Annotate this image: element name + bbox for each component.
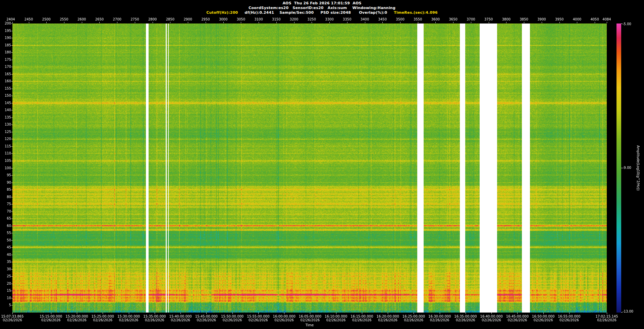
time-axis-tick-date: 02/26/2026	[558, 318, 580, 322]
top-axis-tick	[489, 22, 489, 23]
time-axis-tick-time: 16:45:00.000	[506, 315, 529, 318]
time-axis-tick-label: 16:10:00.00002/26/2026	[325, 315, 347, 322]
top-axis-tick-label: 3400	[361, 17, 369, 21]
time-axis-tick	[414, 313, 414, 314]
top-axis-tick-label: 2650	[95, 17, 104, 21]
top-axis-tick-label: 2850	[166, 17, 174, 21]
time-axis-tick-date: 02/26/2026	[506, 318, 529, 322]
time-axis-tick	[129, 313, 129, 314]
top-axis-tick	[29, 22, 29, 23]
freq-axis-tick-label: 195	[0, 29, 11, 33]
top-axis-tick	[365, 22, 365, 23]
top-axis-tick	[471, 22, 471, 23]
top-axis-tick-label: 3000	[219, 17, 227, 21]
top-axis-tick	[542, 22, 542, 23]
top-axis-tick	[46, 22, 47, 23]
x-axis-title: Time	[306, 323, 314, 327]
top-axis-tick-label: 4050	[590, 17, 599, 21]
top-axis-tick	[188, 22, 188, 23]
time-axis-tick-time: 16:30:00.000	[428, 315, 451, 318]
colorbar-max-label: -5.00	[623, 22, 631, 26]
colorbar	[616, 23, 621, 313]
time-axis-tick	[155, 313, 155, 314]
time-axis-tick	[258, 313, 259, 314]
freq-axis-tick-label: 10	[0, 296, 11, 300]
top-axis-tick-label: 3450	[378, 17, 387, 21]
time-axis-tick-label: 15:55:00.00002/26/2026	[247, 315, 269, 322]
top-axis-tick	[329, 22, 330, 23]
colorbar-min-label: -13.00	[623, 310, 633, 313]
time-axis-tick-time: 15:55:00.000	[247, 315, 269, 318]
top-axis-tick	[347, 22, 347, 23]
time-axis-tick-time: 15:40:00.000	[169, 315, 192, 318]
top-axis-tick	[259, 22, 259, 23]
time-axis-tick-time: 15:45:00.000	[195, 315, 218, 318]
time-axis-tick-date: 02/26/2026	[143, 318, 166, 322]
time-axis-tick-time: 15:35:00.000	[143, 315, 166, 318]
time-axis-tick-date: 02/26/2026	[377, 318, 399, 322]
time-axis-tick-date: 02/26/2026	[169, 318, 192, 322]
top-axis-tick-label: 3150	[272, 17, 280, 21]
freq-axis-tick-label: 125	[0, 130, 11, 134]
top-axis-tick-label: 3850	[520, 17, 528, 21]
top-axis-tick-label: 3250	[308, 17, 316, 21]
freq-axis-tick-label: 130	[0, 123, 11, 126]
top-axis-tick-label: 3200	[290, 17, 298, 21]
freq-axis-tick-label: 5	[0, 303, 11, 307]
top-axis-tick-label: 4000	[573, 17, 581, 21]
top-axis-tick	[400, 22, 400, 23]
freq-axis-tick-label: 120	[0, 137, 11, 141]
time-axis-tick	[103, 313, 103, 314]
time-axis-tick-label: 15:25:00.00002/26/2026	[92, 315, 114, 322]
freq-axis-tick-label: 40	[0, 253, 11, 256]
top-axis-tick-label: 3700	[467, 17, 475, 21]
time-axis-tick-date: 02/26/2026	[480, 318, 503, 322]
time-axis-tick	[517, 313, 518, 314]
time-axis-tick-label: 16:15:00.00002/26/2026	[351, 315, 373, 322]
colorbar-mid-label: -9.00	[623, 166, 631, 170]
top-axis-tick-label: 3800	[502, 17, 511, 21]
time-axis-tick-time: 15:25:00.000	[92, 315, 114, 318]
freq-axis-tick-label: 155	[0, 87, 11, 90]
top-axis-tick-label: 2750	[130, 17, 139, 21]
time-axis-tick	[466, 313, 466, 314]
top-axis-tick	[223, 22, 224, 23]
freq-axis-tick-label: 115	[0, 144, 11, 148]
freq-axis-tick-label: 20	[0, 282, 11, 285]
top-axis-tick	[135, 22, 135, 23]
top-axis-tick-label: 2700	[113, 17, 121, 21]
top-axis-tick-label: 3550	[414, 17, 422, 21]
time-axis-tick-date: 02/26/2026	[532, 318, 554, 322]
header-df-params: df(Hz):0.2441 Sample/Sec:500 PSD size:20…	[245, 10, 387, 15]
top-axis-tick	[99, 22, 100, 23]
freq-axis-tick-label: 30	[0, 267, 11, 271]
time-axis-tick	[180, 313, 181, 314]
header-title: AOS Thu 26 Feb 2026 17:01:59 AOS	[0, 1, 644, 5]
top-axis-tick-label: 3300	[325, 17, 333, 21]
freq-axis-tick-label: 100	[0, 166, 11, 170]
colorbar-tick	[621, 168, 623, 168]
top-axis-tick	[453, 22, 453, 23]
time-axis-tick-date: 02/26/2026	[428, 318, 451, 322]
freq-axis-tick-label: 140	[0, 108, 11, 112]
time-axis-tick-label: 16:55:00.00002/26/2026	[558, 315, 580, 322]
top-axis-tick-label: 2800	[148, 17, 157, 21]
time-axis-tick	[336, 313, 336, 314]
top-axis-tick	[12, 22, 13, 23]
time-axis-tick-label: 15:40:00.00002/26/2026	[169, 315, 192, 322]
time-axis-tick-label: 16:45:00.00002/26/2026	[506, 315, 529, 322]
top-axis-tick	[206, 22, 206, 23]
time-axis-tick-date: 02/26/2026	[1, 318, 23, 322]
top-axis-tick	[559, 22, 560, 23]
time-axis-tick-label: 15:07:33.86502/26/2026	[1, 315, 23, 322]
top-axis-tick-label: 2550	[60, 17, 68, 21]
top-axis-tick-label: 3050	[237, 17, 245, 21]
time-axis-tick-time: 15:50:00.000	[221, 315, 244, 318]
header-params: CoordSystem:es20 SensorID:es20 Axis:sum …	[0, 6, 644, 10]
top-axis-tick-label: 2900	[183, 17, 192, 21]
top-axis-tick-label: 2404	[6, 17, 15, 21]
spectrogram-canvas[interactable]	[12, 23, 607, 313]
top-axis-tick	[294, 22, 294, 23]
top-axis-tick	[577, 22, 577, 23]
time-axis-tick-date: 02/26/2026	[402, 318, 425, 322]
